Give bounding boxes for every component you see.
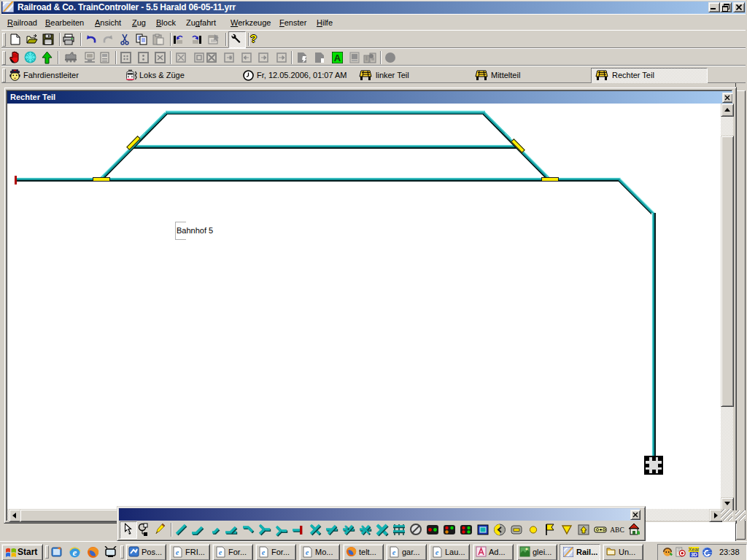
svg-text:e: e — [392, 548, 396, 556]
svg-text:A: A — [334, 52, 341, 63]
svg-text:e: e — [306, 548, 309, 556]
svg-text:Xear: Xear — [689, 547, 700, 552]
svg-text:e: e — [436, 548, 439, 556]
svg-text:3D: 3D — [691, 552, 697, 557]
svg-text:e: e — [262, 548, 266, 556]
svg-text:e: e — [219, 548, 222, 556]
svg-text:e: e — [176, 548, 179, 556]
svg-text:ABC: ABC — [610, 526, 624, 534]
